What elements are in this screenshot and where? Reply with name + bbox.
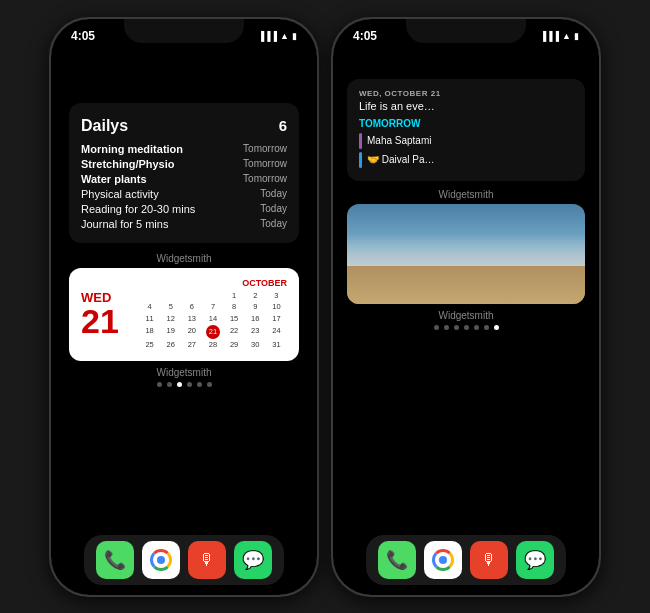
- dailys-item-status-5: Today: [260, 218, 287, 229]
- whatsapp-icon-glyph: 💬: [242, 549, 264, 571]
- page-dots-1: [69, 382, 299, 387]
- dailys-item-name-0: Morning meditation: [81, 143, 183, 155]
- widget-label-p2-1: Widgetsmith: [347, 189, 585, 200]
- phone-2: 4:05 ▐▐▐ ▲ ▮ WED, OCTOBER 21 Life is an …: [331, 17, 601, 597]
- dailys-row-0: Morning meditation Tomorrow: [81, 143, 287, 155]
- photo-widget: [347, 204, 585, 304]
- status-icons-1: ▐▐▐ ▲ ▮: [258, 31, 297, 41]
- chrome-ring-icon-2: [432, 549, 454, 571]
- cal-cell: 30: [245, 339, 266, 351]
- dailys-item-status-3: Today: [260, 188, 287, 199]
- dot2-7-active: [494, 325, 499, 330]
- phone-icon-glyph: 📞: [104, 549, 126, 571]
- dailys-row-1: Stretching/Physio Tomorrow: [81, 158, 287, 170]
- podcast-icon-glyph-2: 🎙: [481, 551, 497, 569]
- cal-day-num: 21: [81, 304, 131, 338]
- dailys-item-name-3: Physical activity: [81, 188, 159, 200]
- cal-cell: 27: [181, 339, 202, 351]
- dot2-4: [464, 325, 469, 330]
- wifi-icon-2: ▲: [562, 31, 571, 41]
- signal-icon-2: ▐▐▐: [540, 31, 559, 41]
- cal-cell: 1: [224, 290, 245, 302]
- cal-cell: 5: [160, 301, 181, 313]
- events-subtitle: Life is an eve…: [359, 100, 573, 112]
- phone-dock-icon-2[interactable]: 📞: [378, 541, 416, 579]
- podcast-icon-glyph: 🎙: [199, 551, 215, 569]
- wifi-icon: ▲: [280, 31, 289, 41]
- whatsapp-dock-icon[interactable]: 💬: [234, 541, 272, 579]
- dailys-item-status-0: Tomorrow: [243, 143, 287, 154]
- cal-cell: 22: [224, 325, 245, 339]
- event-dot-1: [359, 152, 362, 168]
- dot-5: [197, 382, 202, 387]
- cal-cell: 4: [139, 301, 160, 313]
- phone-2-screen: 4:05 ▐▐▐ ▲ ▮ WED, OCTOBER 21 Life is an …: [333, 19, 599, 595]
- cal-cell: 10: [266, 301, 287, 313]
- dot2-5: [474, 325, 479, 330]
- chrome-dock-icon[interactable]: [142, 541, 180, 579]
- cal-cell: 24: [266, 325, 287, 339]
- phone-dock-icon[interactable]: 📞: [96, 541, 134, 579]
- cal-cell: 15: [224, 313, 245, 325]
- event-text-0: Maha Saptami: [367, 135, 431, 146]
- cal-cell: [139, 290, 160, 302]
- event-item-0: Maha Saptami: [359, 133, 573, 149]
- cal-cell: [160, 290, 181, 302]
- cal-cell: 11: [139, 313, 160, 325]
- notch-2: [406, 19, 526, 43]
- signal-icon: ▐▐▐: [258, 31, 277, 41]
- dot-2: [167, 382, 172, 387]
- podcast-dock-icon-2[interactable]: 🎙: [470, 541, 508, 579]
- phone-1-screen: 4:05 ▐▐▐ ▲ ▮ Dailys 6 Morning meditation: [51, 19, 317, 595]
- cal-right: OCTOBER 1 2 3 4: [139, 278, 287, 351]
- dot2-2: [444, 325, 449, 330]
- beach-photo: [347, 204, 585, 304]
- event-dot-0: [359, 133, 362, 149]
- dailys-item-status-2: Tomorrow: [243, 173, 287, 184]
- cal-cell: 18: [139, 325, 160, 339]
- chrome-dock-icon-2[interactable]: [424, 541, 462, 579]
- main-container: 4:05 ▐▐▐ ▲ ▮ Dailys 6 Morning meditation: [39, 7, 611, 607]
- cal-cell: 9: [245, 301, 266, 313]
- cal-cell: 28: [202, 339, 223, 351]
- status-time-2: 4:05: [353, 29, 377, 43]
- dailys-count: 6: [279, 117, 287, 134]
- dot-6: [207, 382, 212, 387]
- dailys-row-2: Water plants Tomorrow: [81, 173, 287, 185]
- status-icons-2: ▐▐▐ ▲ ▮: [540, 31, 579, 41]
- chrome-ring-icon: [150, 549, 172, 571]
- dailys-item-name-5: Journal for 5 mins: [81, 218, 168, 230]
- cal-cell: 17: [266, 313, 287, 325]
- cal-inner: WED 21 OCTOBER 1: [81, 278, 287, 351]
- events-widget: WED, OCTOBER 21 Life is an eve… TOMORROW…: [347, 79, 585, 181]
- phone2-content: WED, OCTOBER 21 Life is an eve… TOMORROW…: [333, 73, 599, 595]
- dailys-row-3: Physical activity Today: [81, 188, 287, 200]
- cal-cell: 14: [202, 313, 223, 325]
- dot-1: [157, 382, 162, 387]
- podcast-dock-icon[interactable]: 🎙: [188, 541, 226, 579]
- tomorrow-label: TOMORROW: [359, 118, 573, 129]
- dailys-title: Dailys: [81, 117, 128, 135]
- dot2-1: [434, 325, 439, 330]
- cal-cell: 8: [224, 301, 245, 313]
- cal-cell: 16: [245, 313, 266, 325]
- cal-cell: 2: [245, 290, 266, 302]
- dailys-widget: Dailys 6 Morning meditation Tomorrow Str…: [69, 103, 299, 243]
- dailys-row-5: Journal for 5 mins Today: [81, 218, 287, 230]
- calendar-widget: WED 21 OCTOBER 1: [69, 268, 299, 361]
- cal-cell: 29: [224, 339, 245, 351]
- whatsapp-dock-icon-2[interactable]: 💬: [516, 541, 554, 579]
- dock-2: 📞 🎙 💬: [366, 535, 566, 585]
- cal-cell: 20: [181, 325, 202, 339]
- dailys-item-status-1: Tomorrow: [243, 158, 287, 169]
- beach-sand: [347, 266, 585, 304]
- dock-1: 📞 🎙 💬: [84, 535, 284, 585]
- events-date: WED, OCTOBER 21: [359, 89, 573, 98]
- dailys-item-name-2: Water plants: [81, 173, 147, 185]
- dailys-item-status-4: Today: [260, 203, 287, 214]
- phone1-content: Dailys 6 Morning meditation Tomorrow Str…: [51, 73, 317, 595]
- cal-cell: 25: [139, 339, 160, 351]
- cal-cell: 26: [160, 339, 181, 351]
- chrome-center-icon-2: [439, 556, 447, 564]
- cal-cell: 3: [266, 290, 287, 302]
